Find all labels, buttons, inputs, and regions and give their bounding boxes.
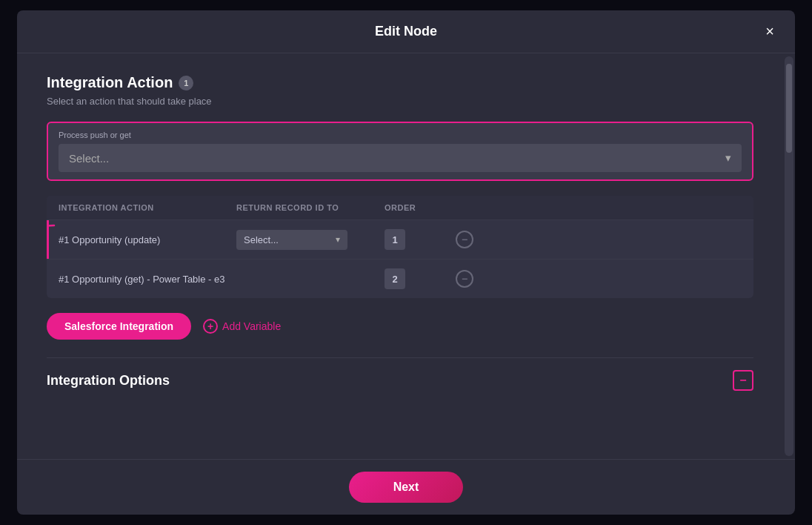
row-indicator bbox=[47, 220, 49, 259]
process-dropdown[interactable]: Select... ▾ bbox=[59, 144, 742, 172]
remove-cell-2: − bbox=[444, 270, 473, 288]
salesforce-integration-button[interactable]: Salesforce Integration bbox=[47, 313, 191, 340]
minus-circle-icon-1: − bbox=[456, 231, 473, 248]
return-placeholder-1: Select... bbox=[244, 234, 279, 245]
close-button[interactable]: × bbox=[759, 22, 780, 42]
modal-header: Edit Node × bbox=[17, 10, 795, 53]
modal-overlay: Edit Node × Integration Action 1 Select … bbox=[0, 0, 812, 525]
col-header-actions bbox=[444, 203, 473, 212]
col-header-return: RETURN RECORD ID TO bbox=[236, 203, 385, 212]
section-divider bbox=[47, 357, 753, 358]
chevron-down-icon: ▾ bbox=[725, 151, 731, 165]
modal: Edit Node × Integration Action 1 Select … bbox=[17, 10, 795, 515]
col-header-order: ORDER bbox=[385, 203, 444, 212]
add-variable-button[interactable]: + Add Variable bbox=[203, 319, 281, 334]
table-row: #1 Opportunity (get) - Power Table - e3 … bbox=[47, 259, 753, 298]
modal-title: Edit Node bbox=[375, 24, 437, 39]
dropdown-label: Process push or get bbox=[59, 131, 742, 139]
order-cell-2: 2 bbox=[385, 268, 444, 289]
process-dropdown-container: Process push or get Select... ▾ bbox=[47, 122, 753, 181]
next-button[interactable]: Next bbox=[349, 472, 464, 503]
collapse-button[interactable]: − bbox=[733, 370, 753, 391]
table-row: #1 Opportunity (update) Select... ▾ 1 bbox=[47, 219, 753, 259]
modal-footer: Next bbox=[17, 459, 795, 515]
order-badge-1: 1 bbox=[385, 229, 405, 250]
remove-row-2-button[interactable]: − bbox=[456, 270, 473, 288]
dropdown-placeholder: Select... bbox=[69, 152, 109, 165]
return-chevron-icon: ▾ bbox=[336, 234, 340, 245]
order-badge-2: 2 bbox=[385, 268, 405, 289]
action-name-2: #1 Opportunity (get) - Power Table - e3 bbox=[59, 274, 236, 285]
col-header-action: INTEGRATION ACTION bbox=[59, 203, 236, 212]
add-variable-label: Add Variable bbox=[222, 320, 281, 332]
return-select-1[interactable]: Select... ▾ bbox=[236, 230, 347, 250]
return-select-wrapper-1: Select... ▾ bbox=[236, 230, 385, 250]
scrollbar[interactable] bbox=[785, 56, 793, 456]
action-row: Salesforce Integration + Add Variable bbox=[47, 313, 753, 340]
integration-options-title: Integration Options bbox=[47, 373, 170, 389]
plus-circle-icon: + bbox=[203, 319, 218, 334]
integration-options-row: Integration Options − bbox=[47, 370, 753, 391]
action-name-1: #1 Opportunity (update) bbox=[59, 234, 236, 245]
section-title-row: Integration Action 1 bbox=[47, 74, 753, 91]
remove-cell-1: − bbox=[444, 231, 473, 248]
minus-circle-icon-2: − bbox=[456, 270, 473, 288]
scrollbar-thumb bbox=[786, 64, 792, 153]
section-badge: 1 bbox=[179, 76, 193, 90]
section-subtitle: Select an action that should take place bbox=[47, 96, 753, 107]
modal-content: Integration Action 1 Select an action th… bbox=[17, 53, 783, 459]
integration-table: INTEGRATION ACTION RETURN RECORD ID TO O… bbox=[47, 196, 753, 298]
order-cell-1: 1 bbox=[385, 229, 444, 250]
modal-body: Integration Action 1 Select an action th… bbox=[17, 53, 795, 459]
remove-row-1-button[interactable]: − bbox=[456, 231, 473, 248]
section-title-text: Integration Action bbox=[47, 74, 173, 91]
table-header: INTEGRATION ACTION RETURN RECORD ID TO O… bbox=[47, 196, 753, 219]
